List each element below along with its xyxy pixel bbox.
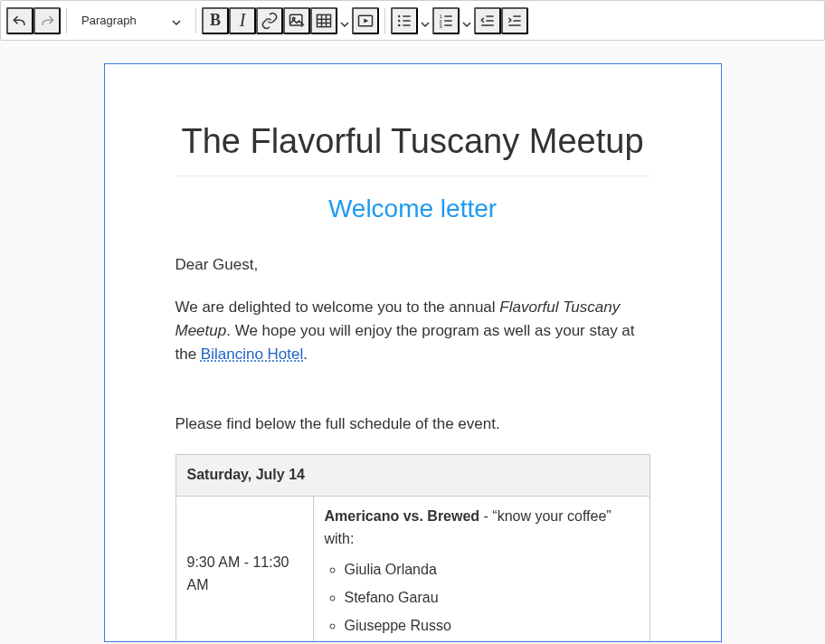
page-subtitle: Welcome letter (175, 189, 650, 228)
numbered-list-group: 123 (432, 7, 474, 34)
undo-icon (11, 12, 29, 30)
list-item: Giuseppe Russo (345, 615, 639, 638)
svg-point-9 (398, 19, 401, 22)
bulleted-list-icon (395, 12, 413, 30)
schedule-table: Saturday, July 14 9:30 AM - 11:30 AM Ame… (175, 454, 650, 642)
salutation: Dear Guest, (175, 253, 650, 277)
svg-point-10 (398, 24, 401, 26)
svg-rect-0 (290, 14, 302, 25)
indent-button[interactable] (501, 7, 528, 34)
schedule-header: Saturday, July 14 (175, 455, 650, 497)
hotel-link[interactable]: Bilancino Hotel (201, 346, 303, 363)
redo-icon (38, 12, 56, 30)
outdent-icon (479, 12, 497, 30)
numbered-list-chevron[interactable] (460, 7, 474, 34)
table-icon (315, 12, 333, 30)
image-button[interactable] (283, 7, 310, 34)
table-button[interactable] (310, 7, 337, 34)
bold-button[interactable]: B (202, 7, 229, 34)
desc-cell: Americano vs. Brewed - “know your coffee… (313, 496, 650, 642)
svg-rect-2 (318, 14, 331, 26)
link-icon (261, 12, 279, 30)
toolbar-separator (66, 8, 67, 33)
session-title-bold: Americano vs. Brewed (325, 508, 480, 524)
schedule-intro: Please find below the full schedule of t… (175, 412, 650, 436)
image-icon (288, 12, 306, 30)
toolbar: Paragraph B I 123 (0, 0, 825, 41)
italic-icon: I (240, 10, 246, 31)
chevron-down-icon (172, 16, 181, 25)
presenter-list: Giulia Orlanda Stefano Garau Giuseppe Ru… (345, 559, 639, 637)
list-item: Stefano Garau (345, 587, 639, 610)
numbered-list-icon: 123 (437, 12, 455, 30)
bulleted-list-button[interactable] (391, 7, 418, 34)
time-cell: 9:30 AM - 11:30 AM (175, 496, 313, 642)
media-icon (356, 12, 375, 30)
table-row: 9:30 AM - 11:30 AM Americano vs. Brewed … (175, 496, 650, 642)
intro-text-before: We are delighted to welcome you to the a… (175, 298, 500, 316)
bulleted-list-chevron[interactable] (418, 7, 432, 34)
italic-button[interactable]: I (229, 7, 256, 34)
link-button[interactable] (256, 7, 283, 34)
toolbar-separator (384, 8, 385, 33)
list-item: Giulia Orlanda (345, 559, 639, 582)
svg-point-8 (398, 14, 401, 17)
intro-paragraph: We are delighted to welcome you to the a… (175, 296, 650, 367)
toolbar-separator (195, 8, 196, 33)
undo-button[interactable] (6, 7, 33, 34)
bold-icon: B (210, 11, 221, 30)
chevron-down-icon (421, 16, 430, 25)
numbered-list-button[interactable]: 123 (432, 7, 460, 34)
chevron-down-icon (462, 16, 471, 25)
heading-dropdown[interactable]: Paragraph (72, 7, 190, 34)
heading-dropdown-label: Paragraph (81, 14, 137, 27)
bulleted-list-group (391, 7, 432, 34)
editor-area: The Flavorful Tuscany Meetup Welcome let… (0, 41, 825, 644)
svg-text:3: 3 (440, 24, 442, 29)
outdent-button[interactable] (474, 7, 501, 34)
table-dropdown-chevron[interactable] (337, 7, 352, 34)
media-button[interactable] (352, 7, 379, 34)
page-title: The Flavorful Tuscany Meetup (175, 115, 650, 176)
chevron-down-icon (340, 16, 349, 25)
redo-button[interactable] (33, 7, 61, 34)
indent-icon (506, 12, 524, 30)
table-dropdown-group (310, 7, 352, 34)
intro-end: . (303, 346, 308, 363)
document-page[interactable]: The Flavorful Tuscany Meetup Welcome let… (104, 63, 722, 642)
